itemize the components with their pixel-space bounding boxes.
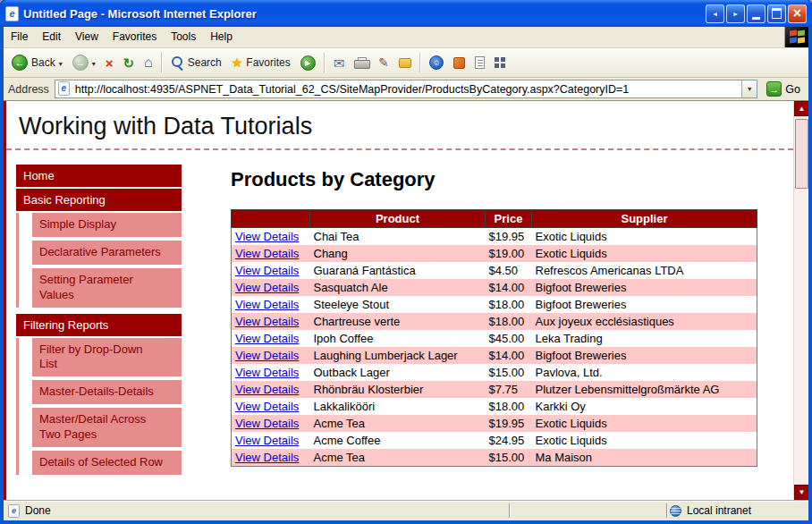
view-details-link[interactable]: View Details [235,230,299,243]
price-cell: $14.00 [486,279,532,296]
stop-button[interactable] [101,54,118,72]
stop-icon [106,56,114,70]
details-cell: View Details [232,347,310,364]
page-info-button[interactable] [470,54,489,72]
menu-help[interactable]: Help [203,27,240,47]
media-button[interactable] [296,53,320,73]
close-button[interactable] [788,4,807,23]
table-row: View Details Sasquatch Ale $14.00 Bigfoo… [232,279,757,296]
view-details-link[interactable]: View Details [235,383,299,396]
forward-icon [72,55,89,71]
forward-button[interactable] [68,52,100,73]
minimize-button[interactable] [747,4,765,23]
titlebar: Untitled Page - Microsoft Internet Explo… [0,0,812,27]
mail-button[interactable] [329,54,350,72]
go-button[interactable]: Go [763,81,804,97]
windows-logo [784,27,808,47]
back-button[interactable]: Back [7,52,67,73]
product-cell: Rhönbräu Klosterbier [310,381,486,398]
price-cell: $18.00 [486,398,532,415]
window-controls [706,4,807,23]
toolbar-separator [161,53,163,72]
view-details-link[interactable]: View Details [235,417,299,430]
details-cell: View Details [232,398,310,415]
address-input[interactable] [75,80,741,97]
menu-view[interactable]: View [68,27,106,47]
restore-button[interactable] [767,4,786,23]
menu-edit[interactable]: Edit [35,27,68,47]
site-header: Working with Data Tutorials [6,101,793,150]
window-body: File Edit View Favorites Tools Help Back [4,27,808,520]
sidebar-item-master-detail-across-two-pages[interactable]: Master/Detail Across Two Pages [32,408,182,447]
sidebar-item-details-of-selected-row[interactable]: Details of Selected Row [32,451,182,475]
address-label: Address [8,83,49,96]
document-icon [475,56,485,69]
tile-button[interactable] [490,55,510,71]
scroll-down-button[interactable] [794,485,808,500]
table-row: View Details Acme Coffee $24.95 Exotic L… [232,432,757,449]
home-button[interactable] [140,53,157,72]
menu-favorites[interactable]: Favorites [106,27,164,47]
vertical-scrollbar[interactable] [793,101,808,500]
view-details-link[interactable]: View Details [235,400,299,413]
table-row: View Details Rhönbräu Klosterbier $7.75 … [232,381,757,398]
table-row: View Details Lakkalikööri $18.00 Karkki … [232,398,757,415]
supplier-cell: Pavlova, Ltd. [532,364,757,381]
price-column-header: Price [486,210,532,228]
product-cell: Chartreuse verte [310,313,486,330]
supplier-cell: Bigfoot Breweries [532,296,757,313]
details-cell: View Details [232,296,310,313]
product-cell: Acme Tea [310,415,486,432]
sidebar-item-setting-parameter-values[interactable]: Setting Parameter Values [32,268,182,308]
discuss-button[interactable] [394,55,416,71]
sidebar-item-filter-by-drop-down-list[interactable]: Filter by Drop-Down List [32,338,182,377]
messenger-button[interactable] [425,53,448,72]
extra-window-button-right[interactable] [726,4,745,23]
sidebar-item-simple-display[interactable]: Simple Display [32,213,182,237]
sidebar-item-declarative-parameters[interactable]: Declarative Parameters [32,241,182,265]
sidebar-item-master-details-details[interactable]: Master-Details-Details [32,380,182,404]
menu-tools[interactable]: Tools [164,27,203,47]
view-details-link[interactable]: View Details [235,434,299,447]
view-details-link[interactable]: View Details [235,315,299,328]
product-cell: Acme Coffee [310,432,486,449]
research-button[interactable] [449,55,469,72]
view-details-link[interactable]: View Details [235,451,299,464]
scroll-up-button[interactable] [794,101,808,116]
view-details-link[interactable]: View Details [235,366,299,379]
statusbar: Done Local intranet [4,500,808,520]
main-content: Products by Category Product Price [231,165,757,481]
view-details-link[interactable]: View Details [235,332,299,345]
status-page-icon [8,504,20,518]
edit-button[interactable] [374,54,393,72]
price-cell: $19.95 [486,228,532,246]
extra-window-button-left[interactable] [706,4,724,23]
ie-app-icon [5,6,19,21]
status-separator [666,503,668,518]
refresh-button[interactable] [118,54,139,72]
messenger-icon [429,55,444,70]
view-details-link[interactable]: View Details [235,247,299,260]
menu-file[interactable]: File [4,27,35,47]
intranet-zone-icon [670,505,681,517]
supplier-cell: Aux joyeux ecclésiastiques [532,313,757,330]
view-details-link[interactable]: View Details [235,298,299,311]
view-details-link[interactable]: View Details [235,264,299,277]
table-row: View Details Outback Lager $15.00 Pavlov… [232,364,757,381]
sidebar-item-filtering-reports[interactable]: Filtering Reports [16,314,182,336]
print-icon [354,57,368,69]
address-dropdown-button[interactable] [741,80,757,97]
view-details-link[interactable]: View Details [235,281,299,294]
product-column-header: Product [310,210,486,228]
view-details-link[interactable]: View Details [235,349,299,362]
sidebar-item-basic-reporting[interactable]: Basic Reporting [16,189,182,211]
details-cell: View Details [232,262,310,279]
supplier-cell: Exotic Liquids [532,245,757,262]
print-button[interactable] [350,55,373,72]
scrollbar-thumb[interactable] [795,119,808,189]
research-icon [453,57,465,69]
sidebar-item-home[interactable]: Home [16,165,182,187]
favorites-button[interactable]: Favorites [227,54,295,72]
search-button[interactable]: Search [166,54,226,72]
go-icon [766,81,782,97]
